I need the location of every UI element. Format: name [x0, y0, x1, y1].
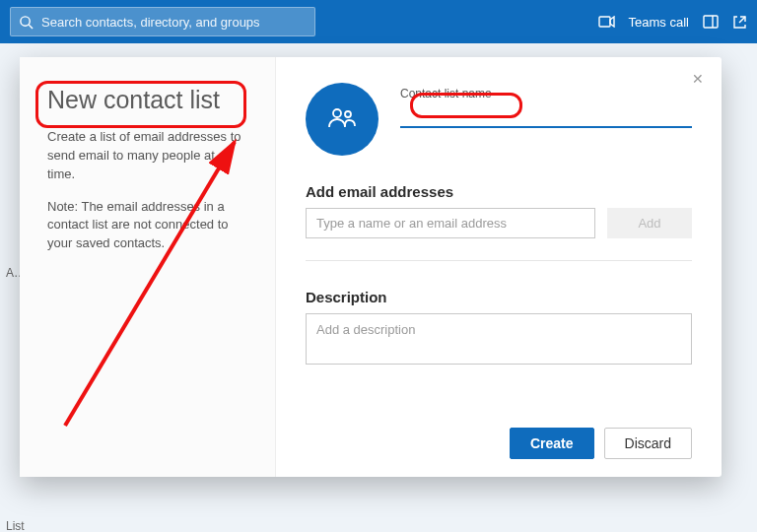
teams-call-button[interactable]: Teams call	[629, 15, 689, 30]
discard-button[interactable]: Discard	[604, 428, 692, 459]
panel-toggle-icon[interactable]	[703, 15, 719, 29]
dialog-description-2: Note: The email addresses in a contact l…	[47, 198, 253, 254]
topbar-actions: Teams call	[598, 15, 747, 30]
svg-point-5	[333, 109, 341, 117]
svg-rect-3	[704, 16, 718, 28]
search-box[interactable]	[10, 7, 315, 36]
svg-point-0	[21, 16, 30, 25]
new-contact-list-dialog: New contact list Create a list of email …	[20, 57, 722, 477]
dialog-info-pane: New contact list Create a list of email …	[20, 57, 276, 477]
sidebar-fragment-list: List	[0, 517, 31, 532]
open-external-icon[interactable]	[732, 15, 747, 30]
description-heading: Description	[306, 289, 692, 305]
contact-list-name-label: Contact list name	[400, 87, 692, 100]
section-divider	[306, 260, 692, 261]
dialog-title: New contact list	[47, 85, 253, 114]
svg-rect-2	[599, 17, 610, 27]
svg-point-6	[345, 111, 351, 117]
svg-line-1	[29, 25, 33, 29]
close-button[interactable]: ✕	[688, 69, 708, 89]
add-email-button[interactable]: Add	[607, 208, 692, 238]
add-emails-heading: Add email addresses	[306, 183, 692, 200]
contact-list-name-input[interactable]	[400, 100, 692, 128]
close-icon: ✕	[692, 71, 704, 87]
people-group-icon	[327, 106, 357, 132]
video-call-icon[interactable]	[598, 16, 615, 28]
dialog-footer: Create Discard	[306, 414, 692, 459]
search-icon	[19, 15, 34, 30]
contact-list-avatar	[306, 83, 378, 156]
top-bar: Teams call	[0, 0, 757, 43]
dialog-form-pane: ✕ Contact list name Add email addresses	[276, 57, 722, 477]
description-input[interactable]	[306, 313, 692, 365]
search-input[interactable]	[41, 15, 307, 30]
email-address-input[interactable]	[306, 208, 595, 238]
dialog-description-1: Create a list of email addresses to send…	[47, 128, 253, 184]
create-button[interactable]: Create	[510, 428, 594, 459]
